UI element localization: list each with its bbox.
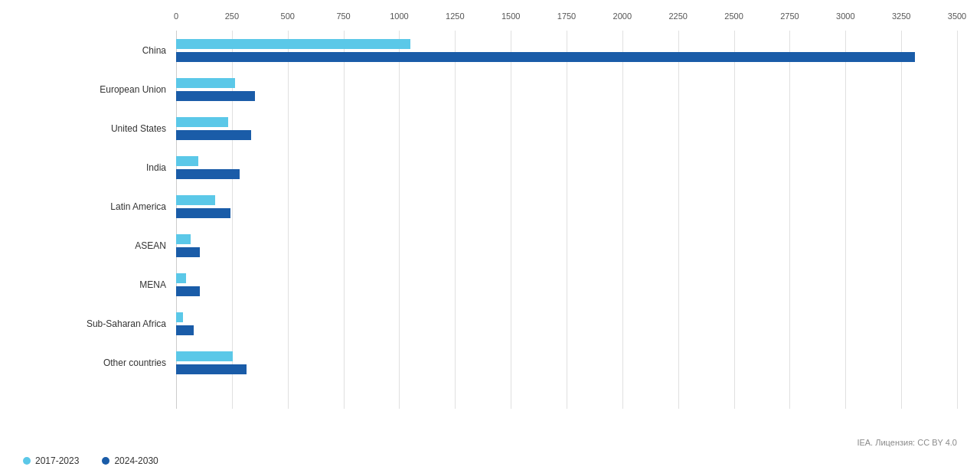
x-tick: 3500 <box>948 11 966 21</box>
bar-2024 <box>176 91 255 101</box>
bar-row-2017 <box>176 312 957 323</box>
bar-2024 <box>176 52 915 62</box>
x-tick: 500 <box>281 11 295 21</box>
bar-label: European Union <box>23 84 172 95</box>
bar-row-2024 <box>176 129 957 140</box>
bar-row-2017 <box>176 155 957 166</box>
legend-item-2024: 2024-2030 <box>102 455 158 466</box>
bar-label: MENA <box>23 279 172 290</box>
x-tick: 3250 <box>892 11 910 21</box>
bar-2017 <box>176 156 198 166</box>
bar-group: MENA <box>23 266 957 305</box>
bar-group: India <box>23 148 957 187</box>
attribution-text: IEA. Лицензия: CC BY 4.0 <box>857 438 957 447</box>
bar-group: Other countries <box>23 344 957 383</box>
bar-2024 <box>176 169 240 179</box>
bar-label: China <box>23 45 172 56</box>
bar-group: European Union <box>23 70 957 109</box>
bar-2024 <box>176 364 247 374</box>
legend-label-2024: 2024-2030 <box>114 455 158 466</box>
bar-row-2017 <box>176 273 957 284</box>
bar-label: Latin America <box>23 201 172 212</box>
bars-area: ChinaEuropean UnionUnited StatesIndiaLat… <box>23 31 957 409</box>
chart-container: 0250500750100012501500175020002250250027… <box>23 8 957 424</box>
x-tick: 250 <box>225 11 239 21</box>
bar-row-2024 <box>176 286 957 297</box>
x-tick: 3000 <box>836 11 854 21</box>
bar-row-2024 <box>176 364 957 375</box>
bar-2017 <box>176 273 186 283</box>
legend-label-2017: 2017-2023 <box>35 455 79 466</box>
x-tick: 0 <box>174 11 178 21</box>
bar-label: Sub-Saharan Africa <box>23 318 172 329</box>
bar-2017 <box>176 312 183 322</box>
bar-label: Other countries <box>23 357 172 368</box>
grid-line <box>957 31 958 409</box>
x-tick: 2500 <box>724 11 743 21</box>
bar-2024 <box>176 130 251 140</box>
bar-group: China <box>23 31 957 70</box>
bar-label: India <box>23 162 172 173</box>
chart-area: 0250500750100012501500175020002250250027… <box>23 8 957 424</box>
legend-item-2017: 2017-2023 <box>23 455 79 466</box>
bar-2017 <box>176 195 215 205</box>
bar-label: United States <box>23 123 172 134</box>
bar-2024 <box>176 286 200 296</box>
bar-2024 <box>176 208 230 218</box>
bar-row-2017 <box>176 38 957 49</box>
bar-row-2024 <box>176 207 957 218</box>
bar-2017 <box>176 351 233 361</box>
bar-group: ASEAN <box>23 227 957 266</box>
bar-2017 <box>176 234 191 244</box>
bar-2017 <box>176 39 410 49</box>
bar-row-2024 <box>176 325 957 336</box>
bar-group: Latin America <box>23 187 957 226</box>
x-tick: 1250 <box>446 11 464 21</box>
bar-row-2017 <box>176 194 957 205</box>
bar-row-2017 <box>176 351 957 362</box>
x-tick: 2000 <box>613 11 632 21</box>
bar-row-2024 <box>176 90 957 101</box>
x-tick: 2750 <box>780 11 799 21</box>
bar-label: ASEAN <box>23 240 172 251</box>
x-tick: 1000 <box>390 11 408 21</box>
bar-2017 <box>176 78 235 88</box>
bar-row-2024 <box>176 247 957 258</box>
x-tick: 1500 <box>501 11 520 21</box>
bar-2024 <box>176 247 200 257</box>
x-axis: 0250500750100012501500175020002250250027… <box>176 8 957 31</box>
bar-row-2024 <box>176 168 957 179</box>
bar-row-2017 <box>176 116 957 127</box>
bar-group: Sub-Saharan Africa <box>23 305 957 344</box>
legend: 2017-2023 2024-2030 <box>23 455 158 466</box>
bar-2024 <box>176 325 194 335</box>
legend-dot-2017 <box>23 457 31 465</box>
legend-dot-2024 <box>102 457 109 465</box>
x-tick: 2250 <box>668 11 687 21</box>
x-tick: 1750 <box>557 11 576 21</box>
x-tick: 750 <box>336 11 350 21</box>
bar-group: United States <box>23 109 957 148</box>
attribution: IEA. Лицензия: CC BY 4.0 <box>857 438 957 447</box>
bar-2017 <box>176 117 228 127</box>
bar-row-2017 <box>176 234 957 245</box>
bar-row-2024 <box>176 51 957 62</box>
bar-row-2017 <box>176 77 957 88</box>
